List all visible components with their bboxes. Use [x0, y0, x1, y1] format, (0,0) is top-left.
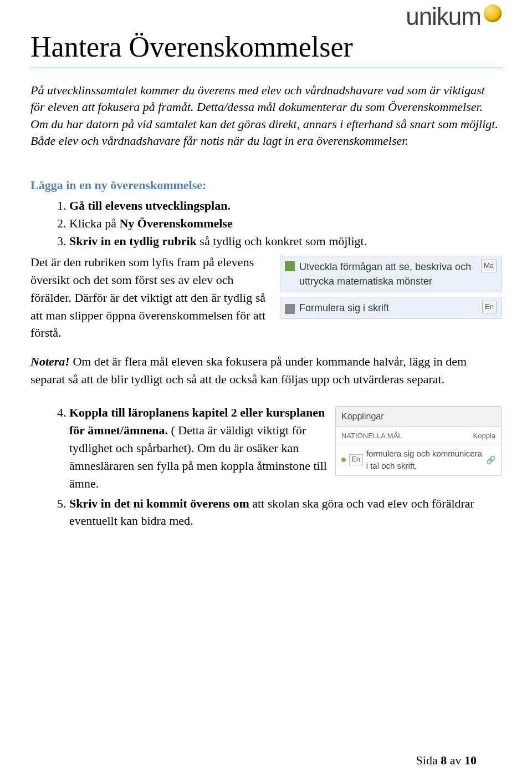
- footer-pre: Sida: [416, 753, 441, 767]
- numbered-list-2: Kopplingar NATIONELLA MÅL Koppla En form…: [30, 404, 502, 530]
- checkmark-icon: [285, 261, 295, 271]
- page-title: Hantera Överenskommelser: [30, 31, 502, 68]
- logo: unikum: [406, 3, 502, 31]
- kopplingar-item: En formulera sig och kommunicera i tal o…: [335, 444, 502, 476]
- list-item: Klicka på Ny Överenskommelse: [69, 215, 502, 232]
- list-item-text: så tydlig och konkret som möjligt.: [197, 234, 367, 248]
- notera-paragraph: Notera! Om det är flera mål eleven ska f…: [30, 353, 502, 388]
- kopplingar-sub-right: Koppla: [473, 431, 495, 442]
- kopplingar-snippet: Kopplingar NATIONELLA MÅL Koppla En form…: [335, 406, 502, 476]
- footer-total: 10: [464, 753, 477, 767]
- subject-tag: Ma: [481, 260, 497, 272]
- list-item: Kopplingar NATIONELLA MÅL Koppla En form…: [69, 404, 502, 492]
- status-dot-icon: [341, 458, 346, 462]
- logo-text: unikum: [406, 3, 481, 31]
- intro-paragraph: På utvecklinssamtalet kommer du överens …: [30, 82, 502, 149]
- list-item-text: Klicka på: [69, 216, 119, 230]
- link-icon: 🔗: [486, 454, 495, 465]
- footer-page: 8: [441, 753, 447, 767]
- example-snippet-1: Utveckla förmågan att se, beskriva och u…: [280, 256, 502, 323]
- after-list-text: Det är den rubriken som lyfts fram på el…: [30, 255, 265, 340]
- kopplingar-sub-left: NATIONELLA MÅL: [341, 431, 402, 442]
- snippet-row: Utveckla förmågan att se, beskriva och u…: [280, 256, 502, 292]
- logo-icon: [484, 4, 502, 22]
- notera-text: Om det är flera mål eleven ska fokusera …: [30, 354, 467, 386]
- list-item-bold: Gå till elevens utvecklingsplan.: [69, 199, 231, 212]
- list-item: Skriv in det ni kommit överens om att sk…: [69, 495, 502, 530]
- page-footer: Sida 8 av 10: [416, 753, 477, 768]
- footer-mid: av: [447, 753, 464, 767]
- list-item-bold: Skriv in en tydlig rubrik: [69, 234, 197, 248]
- numbered-list-1: Gå till elevens utvecklingsplan. Klicka …: [30, 197, 502, 250]
- snippet-row: Formulera sig i skrift En: [280, 297, 502, 319]
- subject-tag: En: [482, 301, 497, 313]
- list-item: Gå till elevens utvecklingsplan.: [69, 197, 502, 215]
- snippet-text: Formulera sig i skrift: [299, 301, 478, 315]
- after-list-block: Utveckla förmågan att se, beskriva och u…: [30, 253, 502, 342]
- list-item-bold: Skriv in det ni kommit överens om: [69, 496, 249, 510]
- list-item: Skriv in en tydlig rubrik så tydlig och …: [69, 232, 502, 250]
- subject-tag: En: [349, 454, 363, 465]
- kopplingar-subhead: NATIONELLA MÅL Koppla: [335, 427, 502, 444]
- snippet-text: Utveckla förmågan att se, beskriva och u…: [299, 260, 477, 288]
- list-item-bold: Ny Överenskommelse: [119, 216, 232, 230]
- item-icon: [285, 304, 295, 314]
- kopplingar-head: Kopplingar: [335, 406, 502, 427]
- section-heading: Lägga in en ny överenskommelse:: [30, 177, 502, 194]
- notera-bold: Notera!: [30, 354, 70, 368]
- kopplingar-item-text: formulera sig och kommunicera i tal och …: [366, 448, 483, 472]
